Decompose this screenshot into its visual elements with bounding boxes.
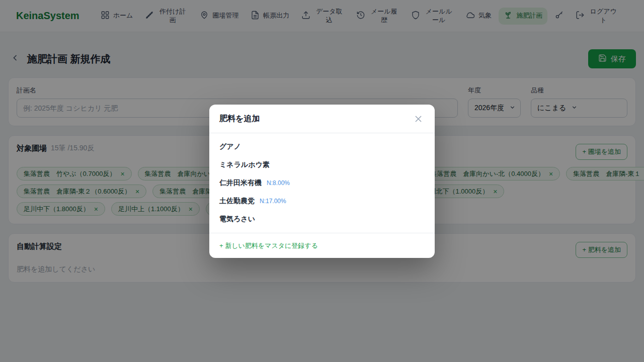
fertilizer-option[interactable]: ミネラルホウ素 xyxy=(209,156,435,174)
fertilizer-name: 電気ろさい xyxy=(219,215,255,224)
fertilizer-option[interactable]: グアノ xyxy=(209,138,435,156)
app-root: KeinaSystem ホーム 作付け計画 圃場管理 帳票出力 データ取込 メー… xyxy=(0,0,644,362)
fertilizer-option[interactable]: 電気ろさい xyxy=(209,210,435,228)
fertilizer-option[interactable]: 仁井田米有機N:8.00% xyxy=(209,174,435,192)
fertilizer-name: グアノ xyxy=(219,142,241,151)
fertilizer-name: ミネラルホウ素 xyxy=(219,160,270,169)
fertilizer-npk-detail: N:8.00% xyxy=(267,179,290,187)
register-new-fertilizer-link[interactable]: + 新しい肥料をマスタに登録する xyxy=(219,241,318,250)
fertilizer-name: 土佐勤農党 xyxy=(219,197,255,206)
modal-header: 肥料を追加 xyxy=(209,105,435,133)
add-fertilizer-modal: 肥料を追加 グアノミネラルホウ素仁井田米有機N:8.00%土佐勤農党N:17.0… xyxy=(209,105,435,258)
fertilizer-name: 仁井田米有機 xyxy=(219,178,262,188)
modal-footer: + 新しい肥料をマスタに登録する xyxy=(209,233,435,258)
close-icon[interactable] xyxy=(412,112,425,125)
fertilizer-option[interactable]: 土佐勤農党N:17.00% xyxy=(209,192,435,210)
fertilizer-npk-detail: N:17.00% xyxy=(260,198,286,205)
modal-title: 肥料を追加 xyxy=(219,114,260,124)
fertilizer-option-list: グアノミネラルホウ素仁井田米有機N:8.00%土佐勤農党N:17.00%電気ろさ… xyxy=(209,133,435,233)
